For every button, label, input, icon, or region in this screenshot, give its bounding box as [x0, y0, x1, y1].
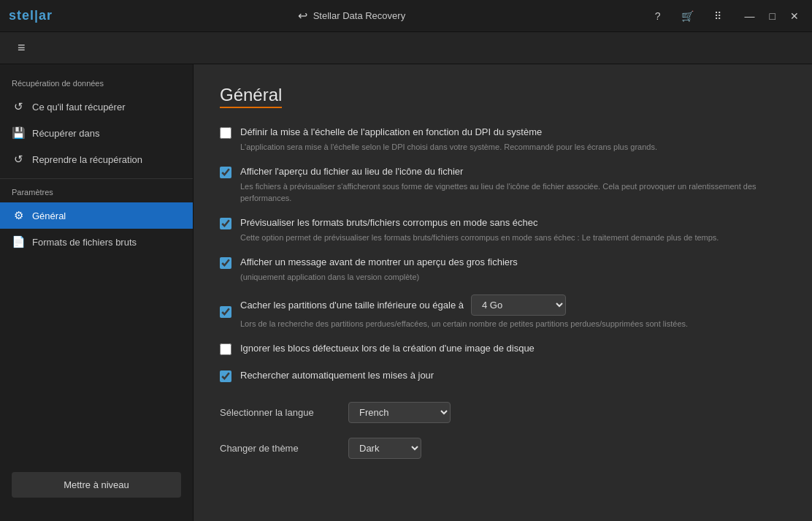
preview-icon-label[interactable]: Afficher l'aperçu du fichier au lieu de … — [240, 166, 463, 177]
preview-large-label[interactable]: Afficher un message avant de montrer un … — [240, 256, 518, 267]
titlebar: stel|ar ↩ Stellar Data Recovery ? 🛒 ⠿ — … — [0, 0, 812, 32]
ignore-bad-blocks-checkbox-wrap — [220, 343, 231, 357]
sidebar-divider — [0, 178, 193, 179]
theme-dropdown[interactable]: Dark Light — [348, 438, 421, 459]
recover-to-icon: 💾 — [12, 126, 25, 140]
sidebar-bottom: Mettre à niveau — [0, 460, 193, 509]
language-row: Sélectionner la langue English French Ge… — [220, 402, 786, 423]
content-area: Général Définir la mise à l'échelle de l… — [194, 64, 812, 521]
sidebar-item-label: Reprendre la récupération — [32, 154, 142, 165]
preview-raw-text: Prévisualiser les formats bruts/fichiers… — [240, 216, 786, 244]
dpi-scale-checkbox[interactable] — [220, 127, 231, 139]
params-section-label: Paramètres — [0, 185, 193, 202]
preview-large-checkbox[interactable] — [220, 257, 231, 269]
theme-label: Changer de thème — [220, 443, 337, 454]
check-updates-checkbox-wrap — [220, 370, 231, 384]
logo-prefix: stel — [9, 8, 34, 23]
recover-icon: ↺ — [12, 100, 25, 113]
preview-icon-desc: Les fichiers à prévisualiser s'affichero… — [240, 180, 786, 205]
dpi-scale-desc: L'application sera mise à l'échelle selo… — [240, 141, 786, 153]
sidebar-item-raw-formats[interactable]: 📄 Formats de fichiers bruts — [0, 229, 193, 255]
setting-preview-raw: Prévisualiser les formats bruts/fichiers… — [220, 216, 786, 244]
ignore-bad-blocks-text: Ignorer les blocs défectueux lors de la … — [240, 342, 786, 355]
partition-label[interactable]: Cacher les partitions d'une taille infér… — [240, 299, 464, 312]
setting-partition-size: Cacher les partitions d'une taille infér… — [220, 294, 786, 330]
ignore-bad-blocks-label[interactable]: Ignorer les blocs défectueux lors de la … — [240, 343, 535, 354]
sidebar-item-label: Général — [32, 210, 66, 221]
logo-suffix: ar — [39, 8, 53, 23]
partition-checkbox-wrap — [220, 306, 231, 320]
setting-check-updates: Rechercher automatiquement les mises à j… — [220, 369, 786, 384]
theme-row: Changer de thème Dark Light — [220, 438, 786, 459]
dpi-scale-text: Définir la mise à l'échelle de l'applica… — [240, 126, 786, 153]
check-updates-label[interactable]: Rechercher automatiquement les mises à j… — [240, 370, 434, 381]
maximize-button[interactable]: □ — [765, 9, 780, 23]
setting-preview-icon: Afficher l'aperçu du fichier au lieu de … — [220, 165, 786, 205]
titlebar-controls: ? 🛒 ⠿ — [651, 9, 726, 23]
sidebar-item-general[interactable]: ⚙ Général — [0, 202, 193, 229]
preview-raw-desc: Cette option permet de prévisualiser les… — [240, 232, 786, 244]
partition-size-dropdown[interactable]: 1 Go 2 Go 4 Go 8 Go 16 Go — [471, 294, 566, 316]
preview-large-checkbox-wrap — [220, 257, 231, 271]
app-title: Stellar Data Recovery — [313, 10, 405, 21]
sidebar-item-label: Ce qu'il faut récupérer — [32, 102, 126, 113]
check-updates-text: Rechercher automatiquement les mises à j… — [240, 369, 786, 382]
preview-large-desc: (uniquement application dans la version … — [240, 271, 786, 284]
toolbar: ≡ — [0, 32, 812, 64]
upgrade-button[interactable]: Mettre à niveau — [12, 472, 181, 498]
partition-control: Cacher les partitions d'une taille infér… — [240, 294, 786, 316]
app-logo: stel|ar — [9, 8, 53, 23]
setting-dpi-scale: Définir la mise à l'échelle de l'applica… — [220, 126, 786, 153]
preview-icon-text: Afficher l'aperçu du fichier au lieu de … — [240, 165, 786, 205]
titlebar-right: ? 🛒 ⠿ — □ ✕ — [651, 9, 803, 23]
check-updates-checkbox[interactable] — [220, 370, 231, 382]
dpi-scale-label[interactable]: Définir la mise à l'échelle de l'applica… — [240, 126, 542, 137]
sidebar-item-label: Récupérer dans — [32, 128, 100, 139]
hamburger-button[interactable]: ≡ — [12, 37, 31, 58]
preview-icon-checkbox[interactable] — [220, 167, 231, 178]
language-label: Sélectionner la langue — [220, 407, 337, 418]
preview-raw-label[interactable]: Prévisualiser les formats bruts/fichiers… — [240, 217, 538, 228]
preview-raw-checkbox-wrap — [220, 218, 231, 232]
general-icon: ⚙ — [12, 209, 25, 222]
preview-large-text: Afficher un message avant de montrer un … — [240, 256, 786, 284]
window-controls: — □ ✕ — [740, 9, 803, 23]
cart-button[interactable]: 🛒 — [677, 9, 698, 23]
partition-checkbox[interactable] — [220, 306, 231, 318]
page-title: Général — [220, 85, 282, 108]
setting-preview-large: Afficher un message avant de montrer un … — [220, 256, 786, 284]
main-layout: Récupération de données ↺ Ce qu'il faut … — [0, 64, 812, 521]
ignore-bad-blocks-checkbox[interactable] — [220, 343, 231, 355]
sidebar-item-what-to-recover[interactable]: ↺ Ce qu'il faut récupérer — [0, 94, 193, 120]
minimize-button[interactable]: — — [740, 9, 759, 23]
partition-text: Cacher les partitions d'une taille infér… — [240, 294, 786, 330]
raw-formats-icon: 📄 — [12, 235, 25, 248]
partition-desc: Lors de la recherche des partitions perd… — [240, 318, 786, 330]
language-dropdown[interactable]: English French German Spanish Italian Po… — [348, 402, 451, 423]
grid-button[interactable]: ⠿ — [710, 9, 726, 23]
preview-icon-checkbox-wrap — [220, 167, 231, 180]
sidebar-item-resume-recovery[interactable]: ↺ Reprendre la récupération — [0, 146, 193, 172]
dpi-scale-checkbox-wrap — [220, 127, 231, 141]
back-arrow-icon: ↩ — [298, 9, 307, 23]
sidebar-item-recover-to[interactable]: 💾 Récupérer dans — [0, 120, 193, 146]
resume-icon: ↺ — [12, 153, 25, 166]
help-button[interactable]: ? — [651, 9, 665, 23]
close-button[interactable]: ✕ — [786, 9, 803, 23]
sidebar: Récupération de données ↺ Ce qu'il faut … — [0, 64, 194, 521]
sidebar-item-label: Formats de fichiers bruts — [32, 237, 137, 248]
preview-raw-checkbox[interactable] — [220, 218, 231, 229]
setting-ignore-bad-blocks: Ignorer les blocs défectueux lors de la … — [220, 342, 786, 357]
data-recovery-section-label: Récupération de données — [0, 76, 193, 94]
titlebar-center: ↩ Stellar Data Recovery — [298, 9, 405, 23]
